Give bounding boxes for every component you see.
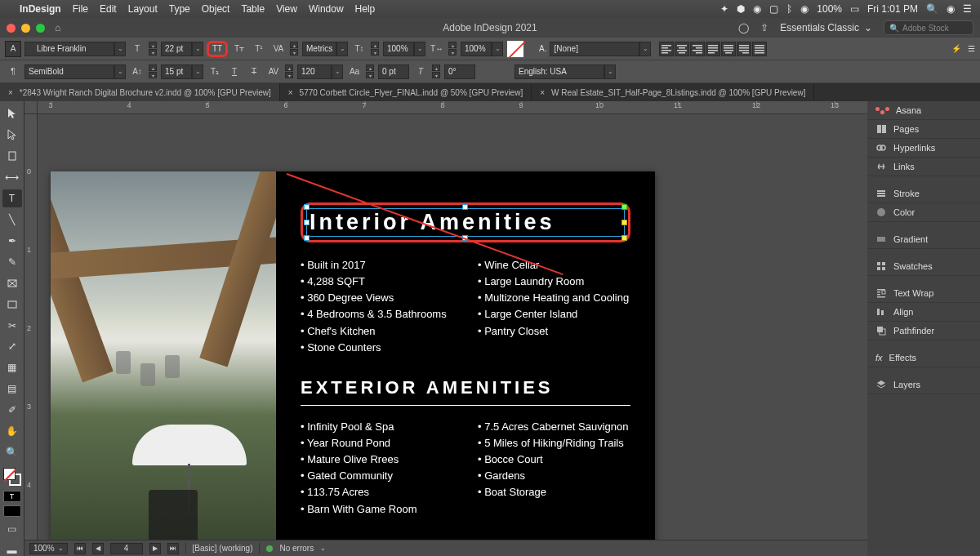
- panel-links[interactable]: Links: [867, 158, 980, 176]
- menu-layout[interactable]: Layout: [128, 3, 158, 15]
- panel-swatches[interactable]: Swatches: [867, 257, 980, 276]
- font-family-field[interactable]: Libre Franklin: [24, 42, 114, 56]
- rectangle-frame-tool[interactable]: [2, 274, 22, 292]
- justify-right-button[interactable]: [737, 42, 751, 56]
- type-tool[interactable]: T: [2, 189, 22, 207]
- close-tab-icon[interactable]: ×: [540, 88, 545, 97]
- spotlight-icon[interactable]: 🔍: [926, 3, 938, 15]
- all-caps-button[interactable]: TT: [207, 41, 228, 57]
- selection-tool[interactable]: [2, 105, 22, 122]
- menu-help[interactable]: Help: [355, 3, 376, 15]
- search-icon[interactable]: ◯: [738, 22, 749, 33]
- dropbox-icon[interactable]: ⬢: [737, 3, 745, 15]
- kerning-stepper[interactable]: ▴▾: [290, 42, 298, 56]
- tracking-field[interactable]: 120: [297, 64, 332, 79]
- formatting-affects-text[interactable]: T: [3, 491, 21, 502]
- justify-all-button[interactable]: [752, 42, 767, 56]
- sync-icon[interactable]: ◉: [753, 3, 761, 15]
- leading-field[interactable]: 15 pt: [161, 64, 192, 79]
- pencil-tool[interactable]: ✎: [2, 253, 22, 271]
- battery-icon[interactable]: ▭: [850, 3, 859, 15]
- doc-tab-3[interactable]: ×W Real Estate_SIT_Half-Page_8Listings.i…: [532, 83, 814, 101]
- bolt-icon[interactable]: ⚡: [951, 44, 961, 53]
- panel-pages[interactable]: Pages: [867, 120, 980, 139]
- char-style-field[interactable]: [None]: [550, 42, 639, 56]
- next-page-button[interactable]: ▶: [149, 543, 161, 554]
- hand-tool[interactable]: ✋: [2, 422, 22, 440]
- horizontal-ruler[interactable]: 3 4 5 6 7 8 9 10 11 12 13: [38, 101, 867, 114]
- character-mode-icon[interactable]: A: [5, 41, 21, 57]
- prev-page-button[interactable]: ◀: [92, 543, 104, 554]
- font-size-stepper[interactable]: ▴▾: [149, 42, 157, 56]
- app-name[interactable]: InDesign: [20, 3, 61, 15]
- minimize-window-button[interactable]: [21, 24, 30, 33]
- skew-field[interactable]: 0°: [444, 64, 475, 79]
- baseline-field[interactable]: 0 pt: [378, 64, 409, 79]
- subscript-button[interactable]: T₁: [207, 64, 223, 80]
- align-right-button[interactable]: [690, 42, 705, 56]
- page-field[interactable]: 4: [110, 543, 143, 554]
- hscale-field[interactable]: 100%: [461, 42, 492, 56]
- paragraph-mode-icon[interactable]: ¶: [5, 64, 21, 80]
- zoom-tool[interactable]: 🔍: [2, 443, 22, 461]
- panel-pathfinder[interactable]: Pathfinder: [867, 322, 980, 340]
- document-page[interactable]: Interior Amenities • Built in 2017• 4,28…: [51, 171, 655, 547]
- panel-asana[interactable]: Asana: [867, 101, 980, 120]
- menu-file[interactable]: File: [73, 3, 88, 15]
- language-field[interactable]: English: USA: [514, 64, 604, 79]
- wifi-icon[interactable]: ◉: [800, 3, 808, 15]
- fill-stroke-swatch[interactable]: [3, 468, 21, 486]
- gradient-swatch-tool[interactable]: ▦: [2, 358, 22, 376]
- menu-object[interactable]: Object: [202, 3, 230, 15]
- align-left-button[interactable]: [659, 42, 674, 56]
- hscale-stepper[interactable]: ▴▾: [448, 42, 457, 56]
- zoom-field[interactable]: 100%⌄: [29, 543, 68, 554]
- error-status[interactable]: No errors: [279, 544, 314, 553]
- screen-mode-normal[interactable]: ▭: [2, 520, 22, 538]
- small-caps-button[interactable]: Tᴛ: [231, 41, 247, 57]
- skew-stepper[interactable]: ▴▾: [432, 64, 440, 78]
- underline-button[interactable]: T: [226, 64, 243, 80]
- clock[interactable]: Fri 1:01 PM: [867, 3, 918, 15]
- leading-stepper[interactable]: ▴▾: [149, 64, 157, 78]
- panel-color[interactable]: Color: [867, 203, 980, 222]
- control-center-icon[interactable]: ☰: [963, 3, 972, 15]
- font-style-field[interactable]: SemiBold: [24, 64, 114, 79]
- heading-interior[interactable]: Interior Amenities: [310, 210, 621, 235]
- align-center-button[interactable]: [675, 42, 689, 56]
- font-size-field[interactable]: 22 pt: [161, 42, 192, 56]
- siri-icon[interactable]: ◉: [947, 3, 955, 15]
- vscale-stepper[interactable]: ▴▾: [371, 42, 379, 56]
- panel-align[interactable]: Align: [867, 303, 980, 322]
- panel-hyperlinks[interactable]: Hyperlinks: [867, 139, 980, 158]
- baseline-stepper[interactable]: ▴▾: [366, 64, 374, 78]
- menu-view[interactable]: View: [276, 3, 297, 15]
- pen-tool[interactable]: ✒: [2, 232, 22, 250]
- gap-tool[interactable]: ⟷: [2, 168, 22, 186]
- menu-window[interactable]: Window: [309, 3, 344, 15]
- superscript-button[interactable]: T¹: [251, 41, 267, 57]
- share-icon[interactable]: ⇪: [760, 22, 768, 33]
- first-page-button[interactable]: ⏮: [74, 543, 86, 554]
- note-tool[interactable]: ▤: [2, 380, 22, 398]
- close-window-button[interactable]: [7, 24, 16, 33]
- doc-tab-1[interactable]: ×*2843 Wright Ranch Digital Brochure v2.…: [0, 83, 280, 101]
- selected-text-frame[interactable]: Interior Amenities: [301, 202, 630, 242]
- free-transform-tool[interactable]: ⤢: [2, 337, 22, 355]
- panel-gradient[interactable]: Gradient: [867, 230, 980, 249]
- bluetooth-icon[interactable]: ᛒ: [786, 3, 792, 15]
- home-icon[interactable]: ⌂: [55, 22, 60, 33]
- eyedropper-tool[interactable]: ✐: [2, 401, 22, 419]
- font-family-dropdown[interactable]: ⌄: [114, 42, 126, 56]
- ruler-origin[interactable]: [24, 101, 38, 114]
- panel-stroke[interactable]: Stroke: [867, 185, 980, 203]
- screen-mode-preview[interactable]: ▬: [2, 541, 22, 556]
- maximize-window-button[interactable]: [36, 24, 45, 33]
- canvas-area[interactable]: 3 4 5 6 7 8 9 10 11 12 13 0 1 2 3 4: [24, 101, 867, 556]
- justify-left-button[interactable]: [706, 42, 720, 56]
- doc-tab-2[interactable]: ×5770 Corbett Circle_Flyer_FINAL.indd @ …: [280, 83, 532, 101]
- font-size-dropdown[interactable]: ⌄: [192, 42, 203, 56]
- vscale-field[interactable]: 100%: [383, 42, 414, 56]
- fill-swatch[interactable]: [506, 40, 524, 58]
- menu-type[interactable]: Type: [169, 3, 190, 15]
